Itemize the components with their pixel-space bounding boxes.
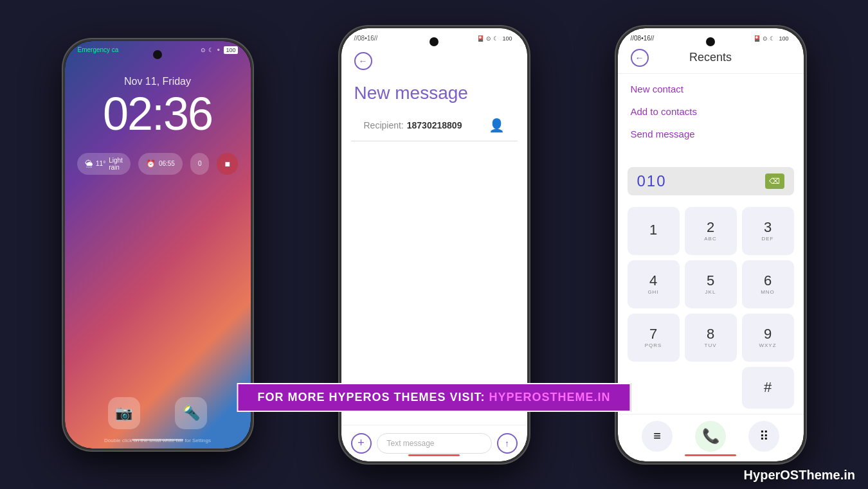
recents-menu: New contact Add to contacts Send message xyxy=(618,74,804,161)
phone-lockscreen: Emergency ca ⊙ ☾ ⚬ 100 Nov 11, Friday 02… xyxy=(63,39,253,450)
promotion-banner: FOR MORE HYPEROS THEMES VISIT: HYPEROSTH… xyxy=(237,383,631,412)
recipient-row: Recipient: 18730218809 👤 xyxy=(351,110,518,141)
add-to-contacts-item[interactable]: Add to contacts xyxy=(631,106,791,117)
send-message-item[interactable]: Send message xyxy=(631,129,791,139)
home-indicator xyxy=(132,439,183,441)
home-indicator-2 xyxy=(408,454,460,456)
dialer-status-right: 🎴 ⊙ ☾ 100 xyxy=(754,35,790,42)
camera-hole-2 xyxy=(429,37,439,46)
battery-icon-2: 100 xyxy=(500,35,514,42)
weather-label: Light rain xyxy=(109,157,123,171)
camera-app-icon[interactable]: 📷 xyxy=(108,397,140,429)
call-button[interactable]: 📞 xyxy=(695,421,726,452)
sim-icon-3: 🎴 xyxy=(754,35,761,42)
key-7[interactable]: 7 PQRS xyxy=(628,314,680,362)
sim-icon: 🎴 xyxy=(477,35,484,42)
wifi-icon: ⊙ xyxy=(486,35,491,42)
msg-header: ← xyxy=(341,46,527,73)
alarm-time: 06:55 xyxy=(159,160,175,167)
phones-container: Emergency ca ⊙ ☾ ⚬ 100 Nov 11, Friday 02… xyxy=(0,0,868,489)
key-6[interactable]: 6 MNO xyxy=(742,260,794,308)
phone-dialer: //08•16// 🎴 ⊙ ☾ 100 ← Recents New c xyxy=(616,26,806,463)
lockscreen-widgets: 🌦 11° Light rain ⏰ 06:55 0 ■ xyxy=(65,153,251,175)
new-message-title: New message xyxy=(341,83,527,103)
msg-status-right: 🎴 ⊙ ☾ 100 xyxy=(477,35,514,42)
lockscreen-screen: Emergency ca ⊙ ☾ ⚬ 100 Nov 11, Friday 02… xyxy=(65,41,251,449)
counter-widget: 0 xyxy=(190,153,210,175)
dialer-title: Recents xyxy=(655,51,766,64)
phone-icon: 📞 xyxy=(702,428,719,445)
temp-label: 11° xyxy=(96,160,105,167)
dialer-header: ← Recents xyxy=(618,46,804,74)
camera-hole xyxy=(153,50,162,59)
emergency-label: Emergency ca xyxy=(78,46,119,53)
counter-value: 0 xyxy=(198,160,202,167)
back-arrow-icon-3: ← xyxy=(635,53,644,63)
recipient-label: Recipient: xyxy=(364,120,404,130)
alarm-widget: ⏰ 06:55 xyxy=(138,153,183,175)
backspace-icon: ⌫ xyxy=(769,177,780,186)
menu-icon: ≡ xyxy=(653,429,661,443)
dialpad-button[interactable]: ⠿ xyxy=(748,421,779,452)
cloud-icon: 🌦 xyxy=(85,159,93,168)
alarm-icon: ⏰ xyxy=(146,159,156,168)
key-8[interactable]: 8 TUV xyxy=(685,314,737,362)
text-placeholder: Text message xyxy=(387,439,435,448)
recipient-number[interactable]: 18730218809 xyxy=(407,120,489,130)
banner-text: FOR MORE HYPEROS THEMES VISIT: xyxy=(257,391,489,404)
back-button[interactable]: ← xyxy=(354,52,372,70)
key-3[interactable]: 3 DEF xyxy=(742,207,794,255)
camera-icon: 📷 xyxy=(115,405,132,422)
text-message-input[interactable]: Text message xyxy=(377,433,492,454)
torch-icon: 🔦 xyxy=(183,405,200,422)
key-9[interactable]: 9 WXYZ xyxy=(742,314,794,362)
camera-hole-3 xyxy=(706,37,715,46)
date-text: Nov 11, Friday xyxy=(65,76,251,87)
send-button[interactable]: ↑ xyxy=(497,433,518,454)
new-contact-item[interactable]: New contact xyxy=(631,84,791,94)
wifi-icon-3: ⊙ xyxy=(763,35,768,42)
status-icons: ⊙ ☾ ⚬ 100 xyxy=(201,46,237,54)
dialpad-icon: ⠿ xyxy=(759,429,769,444)
dialer-back-button[interactable]: ← xyxy=(631,49,649,67)
key-5[interactable]: 5 JKL xyxy=(685,260,737,308)
battery-icon: 100 xyxy=(224,46,237,54)
msg-status-left: //08•16// xyxy=(354,35,378,42)
message-body[interactable] xyxy=(341,141,527,425)
menu-button[interactable]: ≡ xyxy=(642,421,673,452)
send-arrow-icon: ↑ xyxy=(505,438,509,449)
dialer-screen: //08•16// 🎴 ⊙ ☾ 100 ← Recents New c xyxy=(618,28,804,461)
signal-icon: ☾ xyxy=(493,35,498,42)
key-4[interactable]: 4 GHI xyxy=(628,260,680,308)
lockscreen-bottom-apps: 📷 🔦 xyxy=(65,397,251,429)
weather-widget: 🌦 11° Light rain xyxy=(77,153,131,175)
banner-link: HYPEROSTHEME.IN xyxy=(489,391,611,404)
signal-icon-3: ☾ xyxy=(770,35,775,42)
back-arrow-icon: ← xyxy=(359,56,368,66)
lockscreen-time: 02:36 xyxy=(65,91,251,137)
key-hash[interactable]: # xyxy=(742,367,794,408)
stop-widget: ■ xyxy=(217,153,237,175)
contact-icon[interactable]: 👤 xyxy=(489,118,505,133)
lockscreen-date: Nov 11, Friday xyxy=(65,76,251,87)
add-attachment-button[interactable]: + xyxy=(351,433,372,454)
key-1[interactable]: 1 xyxy=(628,207,680,255)
plus-icon: + xyxy=(357,436,365,450)
dialer-number-display: 010 xyxy=(637,172,667,190)
backspace-button[interactable]: ⌫ xyxy=(765,173,784,189)
keypad-grid: 1 2 ABC 3 DEF 4 GHI 5 JKL xyxy=(618,202,804,414)
dialer-status-left: //08•16// xyxy=(631,35,655,42)
key-2[interactable]: 2 ABC xyxy=(685,207,737,255)
flashlight-icon[interactable]: 🔦 xyxy=(175,397,207,429)
home-indicator-3 xyxy=(685,454,736,456)
watermark: HyperOSTheme.in xyxy=(744,468,855,483)
dialer-input-row[interactable]: 010 ⌫ xyxy=(628,167,794,195)
battery-icon-3: 100 xyxy=(777,35,790,42)
